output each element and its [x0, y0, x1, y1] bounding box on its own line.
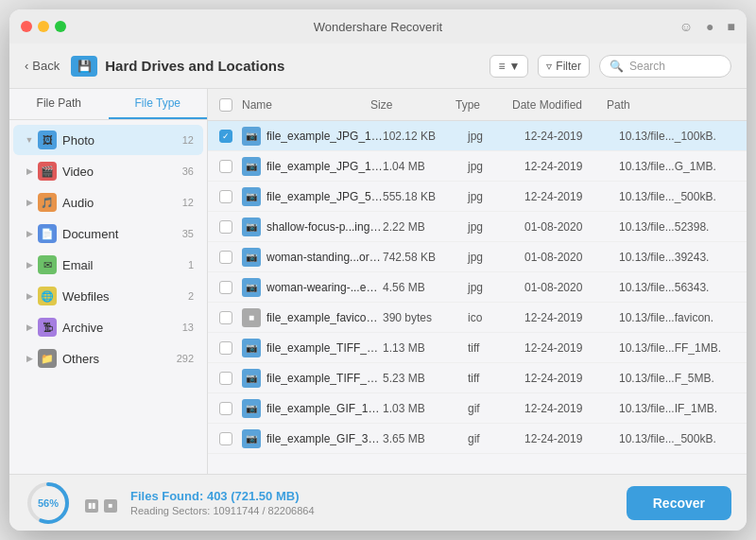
- sidebar-item-count: 12: [182, 197, 194, 208]
- file-type-icon: 📷: [242, 218, 261, 236]
- sidebar-item-count: 36: [182, 165, 194, 177]
- row-checkbox[interactable]: [219, 251, 232, 264]
- file-type-icon: 📷: [242, 369, 261, 388]
- sidebar-item-others[interactable]: ▶ 📁 Others 292: [13, 343, 203, 374]
- back-button[interactable]: ‹ Back: [25, 59, 60, 73]
- file-size: 1.04 MB: [383, 160, 468, 173]
- toolbar-right: ≡ ▼ ▿ Filter 🔍 Search: [490, 55, 731, 78]
- file-area: Name Size Type Date Modified Path ✓ 📷 fi…: [208, 89, 747, 474]
- row-checkbox[interactable]: [219, 281, 232, 294]
- file-type-icon: 📷: [242, 127, 261, 146]
- maximize-button[interactable]: [55, 21, 66, 32]
- table-row[interactable]: ■ file_example_favicon.ico 390 bytes ico…: [208, 303, 747, 333]
- sidebar-items: ▼ 🖼 Photo 12 ▶ 🎬 Video 36 ▶ 🎵 Audio 12 ▶…: [9, 120, 207, 474]
- sort-icon: ≡: [498, 60, 505, 73]
- file-date: 01-08-2020: [524, 281, 619, 294]
- table-row[interactable]: 📷 woman-wearing-...en-3456343.jpg 4.56 M…: [208, 272, 747, 303]
- minimize-button[interactable]: [38, 21, 49, 32]
- row-checkbox[interactable]: [219, 402, 232, 415]
- file-name: shallow-focus-p...ing-3352398.jpg: [266, 220, 383, 234]
- search-icon: 🔍: [610, 60, 624, 73]
- file-date: 12-24-2019: [524, 130, 619, 143]
- row-checkbox[interactable]: [219, 160, 232, 173]
- person-icon[interactable]: ☺: [679, 19, 693, 34]
- close-button[interactable]: [21, 21, 32, 32]
- tab-filepath[interactable]: File Path: [9, 89, 109, 119]
- recover-button[interactable]: Recover: [627, 486, 731, 520]
- help-icon[interactable]: ●: [706, 19, 713, 34]
- filter-button[interactable]: ▿ Filter: [538, 55, 590, 78]
- sidebar-item-label: Photo: [62, 133, 182, 148]
- file-path: 10.13/file..._500kB.: [619, 190, 735, 203]
- file-date: 12-24-2019: [524, 341, 619, 355]
- settings-icon[interactable]: ■: [728, 19, 735, 34]
- archive-icon: 🗜: [38, 318, 57, 337]
- file-name: woman-standing...ore-3439243.jpg: [266, 251, 383, 264]
- table-row[interactable]: 📷 file_example_TIFF_5MB.tiff 5.23 MB tif…: [208, 363, 747, 393]
- sidebar-item-video[interactable]: ▶ 🎬 Video 36: [13, 156, 203, 186]
- table-row[interactable]: 📷 file_example_GIF_1MB.gif 1.03 MB gif 1…: [208, 393, 747, 424]
- tab-filetype[interactable]: File Type: [109, 89, 208, 119]
- files-found: Files Found: 403 (721.50 MB): [130, 489, 613, 503]
- sidebar-item-audio[interactable]: ▶ 🎵 Audio 12: [13, 187, 203, 218]
- row-checkbox[interactable]: [219, 311, 232, 324]
- row-checkbox[interactable]: [219, 432, 232, 445]
- file-type: jpg: [468, 220, 524, 234]
- file-size: 555.18 KB: [383, 190, 468, 203]
- stop-button[interactable]: ■: [104, 499, 117, 513]
- file-name: file_example_TIFF_1MB.tiff: [266, 341, 383, 355]
- file-type: jpg: [468, 160, 524, 173]
- file-date: 12-24-2019: [524, 190, 619, 203]
- table-row[interactable]: 📷 file_example_JPG_500kB.jpg 555.18 KB j…: [208, 182, 747, 212]
- file-type-icon: 📷: [242, 278, 261, 297]
- sidebar-item-email[interactable]: ▶ ✉ Email 1: [13, 250, 203, 280]
- pause-button[interactable]: ▮▮: [85, 499, 98, 513]
- select-all-checkbox[interactable]: [219, 98, 232, 112]
- table-row[interactable]: 📷 file_example_JPG_1MB.jpg 1.04 MB jpg 1…: [208, 151, 747, 182]
- expand-icon: ▶: [23, 165, 36, 178]
- file-type: ico: [468, 311, 524, 324]
- email-icon: ✉: [38, 255, 57, 274]
- row-checkbox[interactable]: [219, 190, 232, 203]
- table-row[interactable]: ✓ 📷 file_example_JPG_100kB.jpg 102.12 KB…: [208, 121, 747, 151]
- file-name: file_example_JPG_500kB.jpg: [266, 190, 383, 203]
- table-row[interactable]: 📷 file_example_TIFF_1MB.tiff 1.13 MB tif…: [208, 333, 747, 363]
- location-label: 💾 Hard Drives and Locations: [71, 56, 284, 77]
- sidebar-item-label: Webfiles: [62, 289, 188, 304]
- sidebar-item-archive[interactable]: ▶ 🗜 Archive 13: [13, 312, 203, 342]
- table-row[interactable]: 📷 file_example_GIF_3500kB.gif 3.65 MB gi…: [208, 424, 747, 454]
- table-row[interactable]: 📷 woman-standing...ore-3439243.jpg 742.5…: [208, 242, 747, 272]
- file-size: 1.13 MB: [383, 341, 468, 355]
- file-type-icon: 📷: [242, 429, 261, 448]
- expand-icon: ▶: [23, 227, 36, 240]
- file-name: woman-wearing-...en-3456343.jpg: [266, 281, 383, 294]
- video-icon: 🎬: [38, 162, 57, 181]
- sidebar-tabs: File Path File Type: [9, 89, 207, 120]
- row-checkbox[interactable]: [219, 220, 232, 234]
- titlebar: Wondershare Recoverit ☺ ● ■: [9, 9, 747, 44]
- row-checkbox[interactable]: [219, 341, 232, 355]
- file-name: file_example_GIF_3500kB.gif: [266, 432, 383, 445]
- row-checkbox[interactable]: ✓: [219, 130, 232, 143]
- sidebar-item-webfiles[interactable]: ▶ 🌐 Webfiles 2: [13, 281, 203, 311]
- file-date: 12-24-2019: [524, 432, 619, 445]
- file-size: 2.22 MB: [383, 220, 468, 234]
- file-date: 01-08-2020: [524, 251, 619, 264]
- sidebar-item-count: 35: [182, 228, 194, 239]
- main-content: File Path File Type ▼ 🖼 Photo 12 ▶ 🎬 Vid…: [9, 89, 747, 474]
- file-table-header: Name Size Type Date Modified Path: [208, 89, 747, 121]
- table-row[interactable]: 📷 shallow-focus-p...ing-3352398.jpg 2.22…: [208, 212, 747, 242]
- sidebar-item-count: 1: [188, 259, 194, 270]
- col-header-type: Type: [455, 98, 512, 112]
- search-box[interactable]: 🔍 Search: [599, 55, 731, 78]
- sort-button[interactable]: ≡ ▼: [490, 55, 528, 78]
- sidebar-item-document[interactable]: ▶ 📄 Document 35: [13, 218, 203, 249]
- file-type: tiff: [468, 372, 524, 385]
- file-type: gif: [468, 432, 524, 445]
- sidebar-item-photo[interactable]: ▼ 🖼 Photo 12: [13, 125, 203, 155]
- file-size: 102.12 KB: [383, 130, 468, 143]
- titlebar-icons: ☺ ● ■: [679, 19, 735, 34]
- row-checkbox[interactable]: [219, 372, 232, 385]
- traffic-lights: [21, 21, 66, 32]
- photo-icon: 🖼: [38, 131, 57, 149]
